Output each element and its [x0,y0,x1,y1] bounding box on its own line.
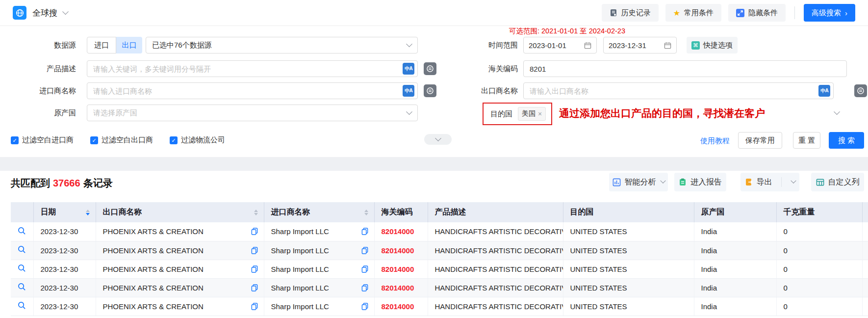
origin-country-select[interactable]: 请选择原产国 [87,105,418,121]
import-toggle-option[interactable]: 进口 [87,37,116,53]
chevron-down-icon [406,41,412,47]
export-button[interactable]: 导出 [740,173,799,191]
start-date-picker[interactable]: 2023-01-01 [523,37,597,53]
sort-icons[interactable] [86,210,90,215]
exporter-cell: PHOENIX ARTS & CREATION [96,222,264,241]
translate-icon[interactable]: 中A [818,85,830,97]
destination-highlight-box: 目的国 美国 × [483,103,552,125]
chevron-down-icon [834,108,840,115]
remove-tag-icon[interactable]: × [538,110,542,118]
history-icon [610,9,617,17]
checkbox-checked-icon[interactable]: ✓ [90,136,98,144]
chevron-down-icon [660,178,665,184]
copy-icon[interactable] [251,284,258,292]
destination-cell: UNITED STATES [563,222,694,241]
copy-icon[interactable] [361,228,368,235]
hs-code-input[interactable] [523,60,847,77]
filter-logistics[interactable]: ✓ 过滤物流公司 [170,135,225,145]
collapse-form-button[interactable] [424,134,452,145]
sort-icons[interactable] [254,210,258,215]
checkbox-checked-icon[interactable]: ✓ [11,136,19,144]
synonym-expand-icon[interactable] [854,84,867,97]
calendar-icon [584,42,591,49]
copy-icon[interactable] [251,228,258,235]
exporter-cell: PHOENIX ARTS & CREATION [96,241,264,260]
clipped-cell [862,222,868,241]
smart-analysis-button[interactable]: 智能分析 [609,173,668,191]
origin-cell: India [694,260,776,278]
translate-icon[interactable]: 中A [403,63,414,75]
topbar-actions: 历史记录 ★ 常用条件 隐藏条件 高级搜索 › [602,4,855,22]
hs-code-cell[interactable]: 82014000 [374,222,428,241]
importer-cell: Sharp Import LLC [264,297,374,316]
synonym-expand-icon[interactable] [424,62,436,75]
col-exporter[interactable]: 出口商名称 [96,202,264,222]
importer-cell: Sharp Import LLC [264,241,374,260]
col-destination: 目的国 [563,202,694,222]
app-switcher[interactable]: 全球搜 [13,6,68,20]
hs-code-cell[interactable]: 82014000 [374,241,428,260]
sort-icons[interactable] [364,210,368,215]
product-desc-input[interactable] [87,60,418,77]
magnifier-icon[interactable] [18,283,26,291]
magnifier-icon[interactable] [18,227,26,235]
checkbox-checked-icon[interactable]: ✓ [170,136,178,144]
date-cell: 2023-12-30 [33,260,96,278]
advanced-search-button[interactable]: 高级搜索 › [804,4,855,22]
exporter-input[interactable] [523,82,834,99]
exporter-label: 出口商名称 [441,82,518,99]
filter-blank-importer[interactable]: ✓ 过滤空白进口商 [11,135,74,145]
importer-input[interactable] [87,82,418,99]
save-common-button[interactable]: 保存常用 [738,132,782,149]
origin-country-label: 原产国 [0,105,76,121]
custom-columns-button[interactable]: 自定义列 [811,173,864,191]
hs-code-cell[interactable]: 82014000 [374,278,428,297]
copy-icon[interactable] [361,265,368,273]
copy-icon[interactable] [251,247,258,254]
enter-report-button[interactable]: 进入报告 [674,173,726,191]
copy-icon[interactable] [361,284,368,292]
col-importer[interactable]: 进口商名称 [264,202,374,222]
clipped-cell [862,278,868,297]
favorite-conditions-button[interactable]: ★ 常用条件 [665,4,721,22]
destination-cell: UNITED STATES [563,260,694,278]
copy-icon[interactable] [361,303,368,310]
col-hs-code: 海关编码 [374,202,428,222]
star-icon: ★ [673,8,680,18]
synonym-expand-icon[interactable] [424,84,436,97]
exporter-cell: PHOENIX ARTS & CREATION [96,260,264,278]
tutorial-link[interactable]: 使用教程 [700,136,730,146]
date-cell: 2023-12-30 [33,278,96,297]
chevron-down-icon[interactable] [791,178,796,184]
table-columns-icon [816,178,824,186]
magnifier-icon[interactable] [18,245,26,254]
quick-options-button[interactable]: ⌘ 快捷选项 [687,37,738,53]
history-button[interactable]: 历史记录 [602,4,659,22]
destination-tag[interactable]: 美国 × [518,107,546,121]
filter-blank-exporter[interactable]: ✓ 过滤空白出口商 [90,135,153,145]
reset-button[interactable]: 重 置 [793,132,820,149]
product-cell: HANDICRAFTS ARTISTIC DECORATIV [428,260,563,278]
copy-icon[interactable] [251,303,258,310]
hs-code-cell[interactable]: 82014000 [374,297,428,316]
copy-icon[interactable] [251,265,258,273]
end-date-picker[interactable]: 2023-12-31 [603,37,677,53]
copy-icon[interactable] [361,247,368,254]
col-date[interactable]: 日期 [33,202,96,222]
export-icon [745,178,753,186]
table-row: 2023-12-30 PHOENIX ARTS & CREATION Sharp… [11,222,868,241]
magnifier-icon[interactable] [18,264,26,272]
importer-cell: Sharp Import LLC [264,260,374,278]
bi-chart-icon [613,178,621,186]
search-button[interactable]: 搜 索 [829,132,864,149]
data-source-select[interactable]: 已选中76个数据源 [146,37,418,53]
divider [781,177,782,187]
hs-code-cell[interactable]: 82014000 [374,260,428,278]
magnifier-icon[interactable] [18,301,26,310]
translate-icon[interactable]: 中A [403,85,414,97]
results-summary: 共匹配到37666条记录 [11,177,113,190]
hide-conditions-button[interactable]: 隐藏条件 [728,4,786,22]
filter-checkboxes: ✓ 过滤空白进口商 ✓ 过滤空白出口商 ✓ 过滤物流公司 [11,135,225,145]
weight-cell: 0 [776,260,862,278]
export-toggle-option[interactable]: 出口 [116,37,142,53]
